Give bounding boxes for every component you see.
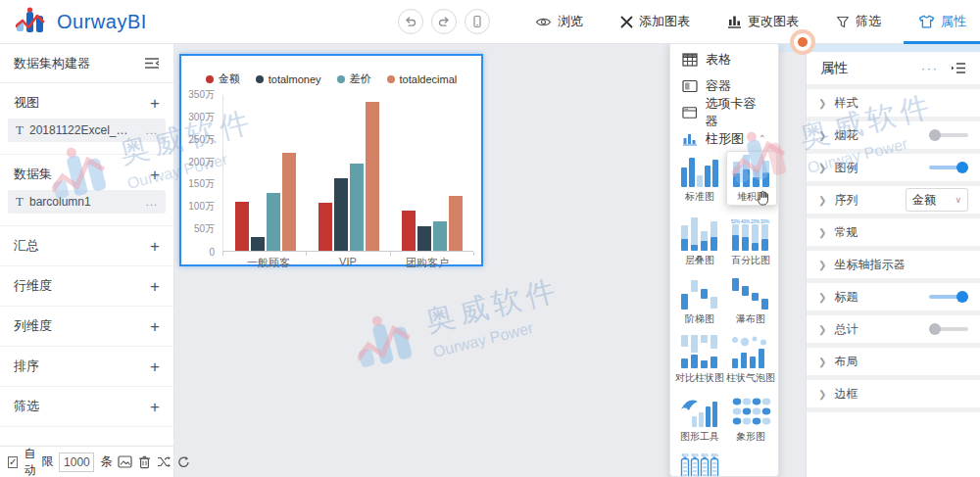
property-row-布局[interactable]: ❯布局 — [807, 348, 980, 375]
properties-button[interactable]: 属性 — [918, 13, 966, 30]
property-row-总计[interactable]: ❯总计 — [807, 315, 980, 343]
change-chart-label: 更改图表 — [748, 13, 799, 30]
bar-group — [235, 95, 296, 251]
bar-金额[interactable] — [235, 202, 249, 251]
legend-item[interactable]: totalmoney — [256, 72, 321, 86]
property-row-标题[interactable]: ❯标题 — [807, 283, 980, 310]
chart-type-waterfall[interactable]: 瀑布图 — [725, 276, 776, 326]
mobile-preview-button[interactable] — [465, 9, 490, 34]
bar-金额[interactable] — [318, 203, 332, 251]
bar-totalmoney[interactable] — [251, 237, 265, 251]
toggle-on[interactable] — [929, 295, 968, 299]
browse-button[interactable]: 浏览 — [535, 13, 583, 30]
property-row-样式[interactable]: ❯样式 — [807, 89, 980, 117]
stacked-thumb-icon — [731, 154, 772, 189]
chart-type-step[interactable]: 阶梯图 — [674, 276, 725, 326]
y-tick-label: 200万 — [188, 156, 215, 169]
filter-button[interactable]: 筛选 — [836, 13, 881, 30]
legend-item[interactable]: 金额 — [206, 72, 240, 86]
chart-y-axis: 350万300万250万200万150万100万50万0 — [181, 95, 219, 252]
toggle-off[interactable] — [929, 327, 968, 331]
add-icon[interactable]: + — [150, 238, 160, 255]
chart-type-label: 层叠图 — [685, 254, 714, 267]
chart-type-stacked[interactable]: 堆积图 — [726, 151, 777, 206]
chart-type-pictogram[interactable]: 象形图 — [725, 394, 776, 444]
toggle-on[interactable] — [929, 166, 968, 169]
add-icon[interactable]: + — [150, 399, 160, 415]
export-image-icon[interactable] — [118, 455, 132, 468]
battery-thumb-icon: 80%80%80%80% — [679, 453, 720, 477]
bar-totalmoney[interactable] — [417, 226, 431, 251]
property-row-边框[interactable]: ❯边框 — [807, 380, 980, 407]
bar-金额[interactable] — [402, 211, 416, 251]
bar-totaldecimal[interactable] — [366, 102, 379, 251]
property-label: 图例 — [834, 160, 858, 176]
sidebar-section-列维度: 列维度+ — [0, 312, 173, 340]
text-type-icon: T — [16, 122, 24, 138]
add-icon[interactable]: + — [150, 278, 160, 295]
property-row-序列[interactable]: ❯序列金额∨ — [807, 186, 980, 214]
legend-dot-icon — [256, 75, 264, 83]
series-select[interactable]: 金额∨ — [906, 188, 968, 212]
item-more-button[interactable]: ... — [146, 124, 158, 136]
bar-chart-widget[interactable]: 金额totalmoney差价totaldecimal 350万300万250万2… — [179, 54, 483, 266]
app-logo: OurwayBI — [0, 7, 147, 36]
bar-totaldecimal[interactable] — [449, 196, 463, 251]
legend-label: totaldecimal — [400, 73, 458, 85]
sidebar-dataset-item[interactable]: T20181122Excel_悬浮...... — [8, 119, 166, 142]
bar-totaldecimal[interactable] — [282, 153, 296, 251]
property-row-烟花[interactable]: ❯烟花 — [807, 121, 980, 149]
bar-差价[interactable] — [433, 221, 447, 251]
sidebar-dataset-item[interactable]: Tbarcolumn1... — [8, 190, 166, 214]
svg-text:30%: 30% — [760, 219, 769, 224]
property-label: 坐标轴指示器 — [834, 257, 905, 273]
chart-type-graphic-tool[interactable]: 图形工具 — [674, 394, 725, 444]
bar-totalmoney[interactable] — [334, 178, 348, 251]
tab-container-icon — [682, 106, 697, 119]
property-row-常规[interactable]: ❯常规 — [807, 218, 980, 246]
bar-差价[interactable] — [350, 164, 364, 251]
add-icon[interactable]: + — [150, 167, 160, 183]
property-row-坐标轴指示器[interactable]: ❯坐标轴指示器 — [807, 251, 980, 278]
guide-pulse-dot[interactable] — [790, 29, 815, 55]
bar-差价[interactable] — [267, 193, 280, 251]
bar-group — [318, 95, 379, 251]
toggle-off[interactable] — [929, 133, 968, 137]
chart-type-standard[interactable]: 标准图 — [674, 154, 725, 209]
legend-item[interactable]: 差价 — [337, 72, 371, 86]
chevron-right-icon: ❯ — [818, 130, 826, 141]
menu-item-tab-container[interactable]: 选项卡容器 — [670, 99, 778, 125]
properties-label: 属性 — [941, 13, 966, 30]
chart-type-bubble[interactable]: 柱状气泡图 — [725, 335, 776, 385]
undo-button[interactable] — [398, 9, 423, 34]
limit-input[interactable] — [59, 453, 94, 472]
sidebar-section-行维度: 行维度+ — [0, 272, 173, 300]
compare-thumb-icon — [679, 335, 720, 370]
chart-type-compare[interactable]: 对比柱状图 — [674, 335, 725, 385]
sidebar-section-数据集: 数据集+ — [0, 161, 173, 188]
add-chart-button[interactable]: 添加图表 — [620, 13, 690, 30]
chart-type-layered[interactable]: 层叠图 — [674, 217, 725, 267]
auto-checkbox[interactable]: ✓ — [8, 456, 18, 468]
collapse-panel-icon[interactable] — [951, 62, 966, 74]
add-icon[interactable]: + — [150, 95, 160, 112]
item-more-button[interactable]: ... — [146, 196, 158, 208]
chart-type-battery[interactable]: 80%80%80%80%电量百分比图 — [674, 453, 725, 477]
waterfall-thumb-icon — [730, 276, 771, 311]
y-tick-label: 0 — [209, 247, 215, 258]
chevron-up-icon[interactable]: ⌃ — [759, 133, 766, 144]
delete-icon[interactable] — [138, 455, 151, 469]
property-row-图例[interactable]: ❯图例 — [807, 154, 980, 181]
menu-item-table[interactable]: 表格 — [670, 46, 778, 72]
redo-button[interactable] — [431, 9, 457, 34]
more-options-button[interactable]: ··· — [921, 62, 939, 75]
change-chart-button[interactable]: 更改图表 — [727, 13, 799, 30]
refresh-icon[interactable] — [177, 455, 190, 468]
legend-item[interactable]: totaldecimal — [387, 72, 458, 86]
collapse-sidebar-icon[interactable] — [144, 57, 160, 70]
shuffle-icon[interactable] — [157, 455, 172, 468]
add-icon[interactable]: + — [150, 358, 160, 375]
chart-type-percent[interactable]: 50%40%20%30%百分比图 — [725, 217, 776, 267]
add-icon[interactable]: + — [150, 318, 160, 335]
filter-label: 筛选 — [856, 13, 881, 30]
